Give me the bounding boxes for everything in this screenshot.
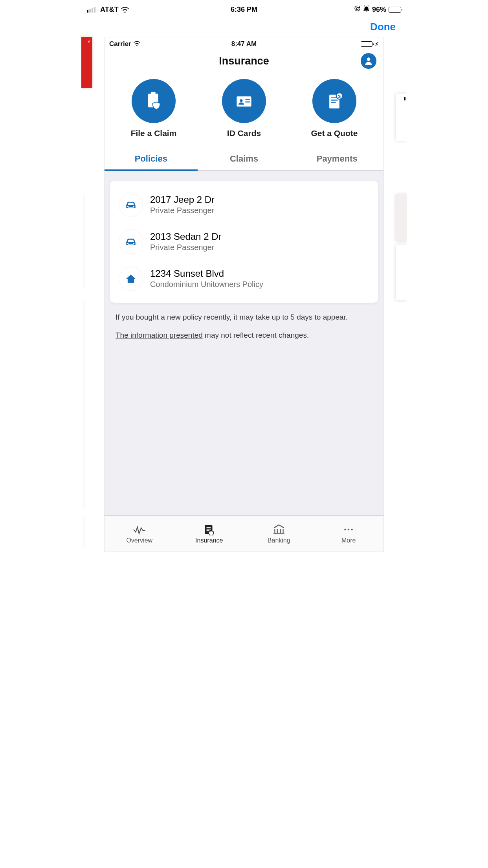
svg-point-6 <box>240 99 242 102</box>
action-label: File a Claim <box>131 129 177 138</box>
tab-label: Overview <box>126 537 152 544</box>
policy-subtitle: Condominium Unitowners Policy <box>150 279 263 289</box>
tab-label: Banking <box>268 537 290 544</box>
svg-rect-12 <box>331 102 336 103</box>
action-label: ID Cards <box>227 129 261 138</box>
done-button[interactable]: Done <box>370 21 396 33</box>
svg-point-16 <box>133 206 134 207</box>
more-icon <box>342 524 355 535</box>
svg-point-18 <box>133 243 134 244</box>
get-a-quote-button[interactable]: $ Get a Quote <box>289 79 380 138</box>
svg-text:$: $ <box>338 94 341 99</box>
next-screenshot-peek[interactable]: ▮ <box>396 94 407 141</box>
file-claim-icon <box>132 79 176 123</box>
policies-scroll-area[interactable]: 2017 Jeep 2 Dr Private Passenger 2013 Se… <box>105 171 383 515</box>
tab-payments[interactable]: Payments <box>290 148 383 170</box>
banking-icon <box>272 524 286 535</box>
disclaimer-note: The information presented may not reflec… <box>110 326 378 344</box>
tab-label: More <box>341 537 356 544</box>
svg-rect-22 <box>207 530 210 531</box>
svg-rect-11 <box>331 100 338 101</box>
bottom-tab-bar: Overview Insurance Banking More <box>105 515 383 552</box>
id-card-icon <box>222 79 266 123</box>
svg-point-15 <box>127 206 128 207</box>
disclaimer-rest: may not reflect recent changes. <box>203 331 309 339</box>
tab-overview[interactable]: Overview <box>105 524 174 544</box>
device-time-label: 6:36 PM <box>81 6 407 14</box>
charging-icon: ⚡︎ <box>375 41 379 47</box>
battery-icon <box>389 7 401 13</box>
svg-rect-4 <box>151 92 156 95</box>
tab-policies[interactable]: Policies <box>105 148 198 170</box>
battery-icon <box>361 41 372 47</box>
tab-insurance[interactable]: Insurance <box>174 524 244 544</box>
svg-rect-8 <box>245 101 250 102</box>
modal-nav-bar: Done <box>81 17 407 37</box>
policy-item[interactable]: 2013 Sedan 2 Dr Private Passenger <box>117 223 371 260</box>
home-icon <box>119 267 143 291</box>
policy-item[interactable]: 1234 Sunset Blvd Condominium Unitowners … <box>117 260 371 297</box>
quote-icon: $ <box>312 79 356 123</box>
quick-actions-row: File a Claim ID Cards $ Get a Quote <box>105 72 383 148</box>
next-screenshot-peek[interactable] <box>396 194 407 241</box>
svg-point-25 <box>351 528 353 530</box>
policy-item[interactable]: 2017 Jeep 2 Dr Private Passenger <box>117 186 371 223</box>
page-title: Insurance <box>219 55 269 67</box>
svg-point-2 <box>367 57 371 61</box>
svg-rect-20 <box>207 527 211 528</box>
svg-rect-7 <box>245 99 250 100</box>
overview-icon <box>133 524 146 535</box>
svg-rect-21 <box>207 528 211 529</box>
section-tabs: Policies Claims Payments <box>105 148 383 171</box>
new-policy-note: If you bought a new policy recently, it … <box>110 303 378 326</box>
policy-title: 2017 Jeep 2 Dr <box>150 194 215 206</box>
insurance-icon <box>203 524 215 535</box>
car-icon <box>119 193 143 217</box>
svg-point-23 <box>344 528 346 530</box>
screen-header: Insurance <box>105 50 383 72</box>
app-screenshot: Carrier 8:47 AM ⚡︎ Insurance <box>104 37 384 552</box>
screenshot-status-bar: Carrier 8:47 AM ⚡︎ <box>105 37 383 50</box>
next-screenshot-peek[interactable] <box>396 245 407 300</box>
file-a-claim-button[interactable]: File a Claim <box>108 79 199 138</box>
policy-subtitle: Private Passenger <box>150 205 215 215</box>
tab-claims[interactable]: Claims <box>198 148 291 170</box>
svg-point-24 <box>348 528 350 530</box>
svg-point-17 <box>127 243 128 244</box>
car-icon <box>119 230 143 254</box>
tab-more[interactable]: More <box>314 524 384 544</box>
policy-subtitle: Private Passenger <box>150 242 221 252</box>
screenshot-time-label: 8:47 AM <box>127 40 361 48</box>
app-store-preview-screen: AT&T 6:36 PM 96% Done ⚡︎ ▮ <box>81 0 407 552</box>
policies-list: 2017 Jeep 2 Dr Private Passenger 2013 Se… <box>110 181 378 303</box>
screenshot-carousel[interactable]: ⚡︎ ▮ Carrier 8:47 AM ⚡︎ <box>81 37 407 552</box>
disclaimer-link[interactable]: The information presented <box>116 331 203 339</box>
profile-button[interactable] <box>361 53 376 69</box>
policy-title: 1234 Sunset Blvd <box>150 268 263 280</box>
action-label: Get a Quote <box>311 129 358 138</box>
id-cards-button[interactable]: ID Cards <box>199 79 289 138</box>
device-status-bar: AT&T 6:36 PM 96% <box>81 0 407 17</box>
svg-rect-5 <box>237 96 251 107</box>
tab-label: Insurance <box>195 537 223 544</box>
prev-screenshot-peek[interactable]: ⚡︎ <box>81 37 92 88</box>
tab-banking[interactable]: Banking <box>244 524 314 544</box>
policy-title: 2013 Sedan 2 Dr <box>150 231 221 243</box>
